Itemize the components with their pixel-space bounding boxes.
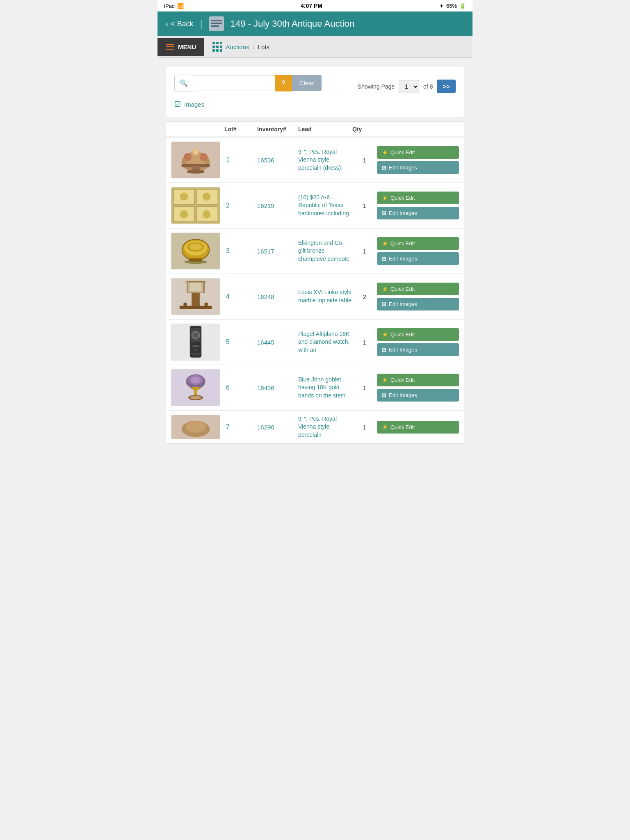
- lot-inventory-1: 16536: [257, 157, 298, 164]
- status-bar: iPad 📶 4:07 PM ✦ 65% 🔋: [158, 0, 472, 11]
- quick-edit-button-7[interactable]: Quick Edit: [377, 421, 459, 434]
- device-label: iPad: [164, 3, 175, 9]
- svg-point-56: [185, 421, 205, 433]
- header-title: 149 - July 30th Antique Auction: [231, 18, 354, 29]
- table-row: 6 16436 Blue John goblet having 18K gold…: [166, 365, 464, 411]
- lot-qty-4: 2: [352, 293, 377, 300]
- lot-image-1: [171, 142, 220, 178]
- quick-edit-button-2[interactable]: Quick Edit: [377, 192, 459, 204]
- checkbox-icon: ☑: [174, 100, 181, 109]
- table-row: 7 16290 9' "; Pcs. Royal Vienna style po…: [166, 411, 464, 443]
- svg-point-12: [187, 170, 204, 174]
- status-left: iPad 📶: [164, 3, 184, 9]
- col-lot: Lot#: [224, 126, 257, 132]
- lot-qty-7: 1: [352, 424, 377, 431]
- edit-images-button-1[interactable]: Edit Images: [377, 161, 459, 174]
- search-input[interactable]: [193, 75, 275, 91]
- table-row: 3 16517 Elkington and Co. gilt bronze ch…: [166, 228, 464, 274]
- svg-rect-2: [211, 23, 222, 24]
- svg-rect-43: [192, 345, 199, 347]
- question-button[interactable]: ?: [275, 75, 292, 91]
- lot-lead-5: Piaget Altiplano 18K and diamond watch, …: [298, 330, 352, 354]
- breadcrumb-separator: ›: [253, 43, 255, 50]
- breadcrumb-auctions[interactable]: Auctions: [226, 43, 249, 50]
- svg-point-20: [180, 210, 188, 219]
- menu-label: MENU: [178, 43, 196, 50]
- status-right: ✦ 65% 🔋: [439, 3, 466, 9]
- lot-actions-5: Quick Edit Edit Images: [377, 328, 459, 356]
- lot-number-4: 4: [224, 293, 257, 300]
- lot-lead-7: 9' "; Pcs. Royal Vienna style porcelain: [298, 415, 352, 439]
- breadcrumb: Auctions › Lots: [204, 36, 278, 57]
- lot-image-7: [171, 415, 220, 439]
- wifi-icon: 📶: [177, 3, 184, 9]
- pagination-row: Showing Page 1 2 3 4 5 6 7 8 of 8 >>: [358, 80, 456, 93]
- lot-lead-4: Louis XVI Linke style marble top side ta…: [298, 288, 352, 304]
- lot-actions-1: Quick Edit Edit Images: [377, 146, 459, 174]
- images-toggle[interactable]: ☑ Images: [174, 100, 456, 109]
- lot-image-3: [171, 233, 220, 269]
- search-icon-wrap: 🔍: [174, 75, 193, 91]
- lot-image-6: [171, 369, 220, 406]
- lot-actions-2: Quick Edit Edit Images: [377, 192, 459, 219]
- lot-image-4: [171, 278, 220, 315]
- svg-rect-35: [205, 303, 208, 309]
- svg-point-18: [180, 193, 188, 201]
- back-label: < Back: [171, 20, 194, 28]
- header-divider: |: [200, 18, 203, 30]
- header: ‹ < Back | 149 - July 30th Antique Aucti…: [158, 11, 472, 36]
- svg-rect-44: [193, 349, 198, 351]
- lot-lead-1: 9' "; Pcs. Royal Vienna style porcelain …: [298, 148, 352, 172]
- lots-table: Lot# Inventory# Lead Qty 1 16536 9' "; P…: [166, 121, 464, 444]
- battery-icon: 🔋: [459, 3, 466, 9]
- next-page-button[interactable]: >>: [437, 80, 456, 93]
- clear-button[interactable]: Clear: [292, 75, 322, 91]
- lot-inventory-4: 16248: [257, 293, 298, 300]
- lot-qty-1: 1: [352, 157, 377, 164]
- svg-point-42: [193, 333, 198, 338]
- lot-number-5: 5: [224, 338, 257, 346]
- bluetooth-icon: ✦: [439, 3, 444, 9]
- quick-edit-button-3[interactable]: Quick Edit: [377, 237, 459, 250]
- col-lead: Lead: [298, 126, 352, 132]
- lot-actions-7: Quick Edit: [377, 421, 459, 434]
- lot-qty-6: 1: [352, 384, 377, 391]
- svg-point-28: [184, 260, 207, 264]
- quick-edit-button-4[interactable]: Quick Edit: [377, 283, 459, 295]
- nav-bar: MENU Auctions › Lots: [158, 36, 472, 58]
- svg-point-10: [192, 148, 199, 155]
- menu-icon: [166, 44, 174, 50]
- quick-edit-button-5[interactable]: Quick Edit: [377, 328, 459, 341]
- lot-number-6: 6: [224, 384, 257, 391]
- svg-point-49: [191, 377, 201, 383]
- lot-actions-6: Quick Edit Edit Images: [377, 374, 459, 402]
- col-qty: Qty: [352, 126, 377, 132]
- breadcrumb-lots: Lots: [258, 43, 269, 50]
- table-row: 4 16248 Louis XVI Linke style marble top…: [166, 274, 464, 320]
- search-icon: 🔍: [180, 79, 188, 87]
- lot-number-2: 2: [224, 202, 257, 209]
- quick-edit-button-1[interactable]: Quick Edit: [377, 146, 459, 159]
- page-select[interactable]: 1 2 3 4 5 6 7 8: [399, 80, 419, 93]
- lot-image-5: [171, 324, 220, 361]
- table-header: Lot# Inventory# Lead Qty: [166, 122, 464, 137]
- lot-qty-3: 1: [352, 248, 377, 255]
- search-area: 🔍 ? Clear Showing Page 1 2 3 4 5 6 7 8 o…: [166, 66, 464, 117]
- edit-images-button-6[interactable]: Edit Images: [377, 389, 459, 402]
- lot-number-7: 7: [224, 423, 257, 431]
- menu-button[interactable]: MENU: [158, 38, 204, 56]
- svg-rect-1: [211, 20, 222, 21]
- back-button[interactable]: ‹ < Back: [166, 20, 194, 28]
- svg-rect-45: [192, 353, 200, 355]
- quick-edit-button-6[interactable]: Quick Edit: [377, 374, 459, 386]
- breadcrumb-grid-icon: [212, 42, 222, 52]
- svg-point-21: [203, 210, 211, 219]
- lot-lead-3: Elkington and Co. gilt bronze champleve …: [298, 239, 352, 263]
- edit-images-button-5[interactable]: Edit Images: [377, 343, 459, 356]
- battery-percent: 65%: [446, 3, 457, 9]
- edit-images-button-4[interactable]: Edit Images: [377, 298, 459, 310]
- edit-images-button-3[interactable]: Edit Images: [377, 252, 459, 265]
- lot-number-1: 1: [224, 156, 257, 164]
- lot-lead-6: Blue John goblet having 18K gold bands o…: [298, 376, 352, 400]
- edit-images-button-2[interactable]: Edit Images: [377, 207, 459, 219]
